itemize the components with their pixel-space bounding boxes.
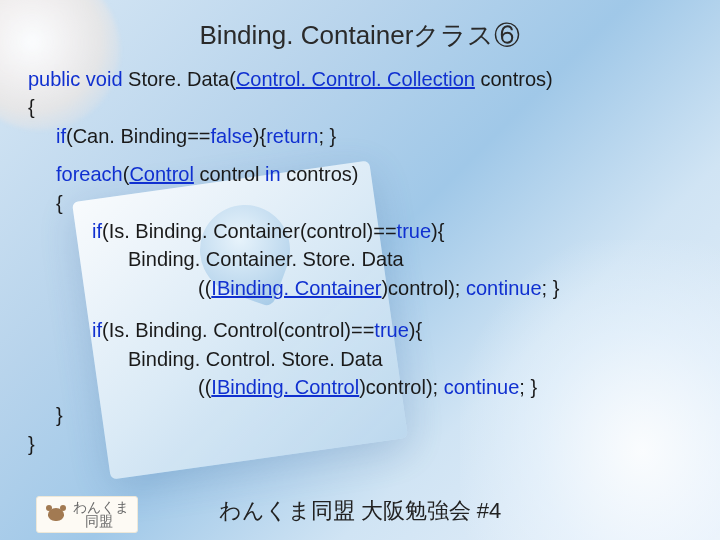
code-line: if(Is. Binding. Container(control)==true… bbox=[28, 217, 692, 245]
code-line: foreach(Control control in contros) bbox=[28, 160, 692, 188]
type-link: IBinding. Container bbox=[211, 277, 381, 299]
code-text: (( bbox=[198, 277, 211, 299]
code-line: { bbox=[28, 189, 692, 217]
keyword-if: if bbox=[56, 125, 66, 147]
keyword-public: public bbox=[28, 68, 80, 90]
code-block: public void Store. Data(Control. Control… bbox=[0, 53, 720, 458]
keyword-continue: continue bbox=[466, 277, 542, 299]
keyword-in: in bbox=[265, 163, 281, 185]
code-text: (( bbox=[198, 376, 211, 398]
code-text: ){ bbox=[253, 125, 266, 147]
code-text: (Is. Binding. Container(control)== bbox=[102, 220, 397, 242]
keyword-true: true bbox=[374, 319, 408, 341]
code-text: )control); bbox=[381, 277, 465, 299]
keyword-foreach: foreach bbox=[56, 163, 123, 185]
keyword-true: true bbox=[397, 220, 431, 242]
code-line: } bbox=[28, 430, 692, 458]
keyword-return: return bbox=[266, 125, 318, 147]
code-line: public void Store. Data(Control. Control… bbox=[28, 65, 692, 93]
code-text: ; } bbox=[519, 376, 537, 398]
code-line: ((IBinding. Container)control); continue… bbox=[28, 274, 692, 302]
slide: Binding. Containerクラス⑥ public void Store… bbox=[0, 0, 720, 540]
type-link: Control. Control. Collection bbox=[236, 68, 475, 90]
footer-text: わんくま同盟 大阪勉強会 #4 bbox=[0, 496, 720, 526]
code-text: contros) bbox=[281, 163, 359, 185]
code-text: (Is. Binding. Control(control)== bbox=[102, 319, 374, 341]
type-link: IBinding. Control bbox=[211, 376, 359, 398]
code-text: ){ bbox=[409, 319, 422, 341]
slide-title: Binding. Containerクラス⑥ bbox=[0, 0, 720, 53]
code-line: Binding. Container. Store. Data bbox=[28, 245, 692, 273]
code-text: contros) bbox=[475, 68, 553, 90]
code-text: (Can. Binding== bbox=[66, 125, 211, 147]
type-link: Control bbox=[129, 163, 193, 185]
code-line: Binding. Control. Store. Data bbox=[28, 345, 692, 373]
code-text: Store. Data( bbox=[123, 68, 236, 90]
keyword-continue: continue bbox=[444, 376, 520, 398]
code-line: { bbox=[28, 93, 692, 121]
code-text: )control); bbox=[359, 376, 443, 398]
code-text: ){ bbox=[431, 220, 444, 242]
code-line: if(Is. Binding. Control(control)==true){ bbox=[28, 316, 692, 344]
code-line: if(Can. Binding==false){return; } bbox=[28, 122, 692, 150]
keyword-void: void bbox=[80, 68, 122, 90]
keyword-if: if bbox=[92, 319, 102, 341]
code-text: ; } bbox=[318, 125, 336, 147]
code-line: } bbox=[28, 401, 692, 429]
code-text: ; } bbox=[542, 277, 560, 299]
keyword-false: false bbox=[211, 125, 253, 147]
keyword-if: if bbox=[92, 220, 102, 242]
code-line: ((IBinding. Control)control); continue; … bbox=[28, 373, 692, 401]
code-text: control bbox=[194, 163, 265, 185]
